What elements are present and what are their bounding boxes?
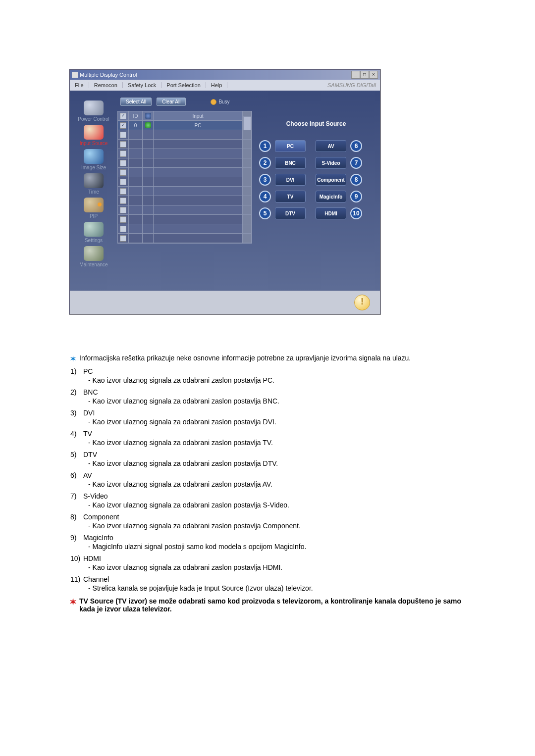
checkbox-icon[interactable] xyxy=(120,207,126,213)
header-status[interactable] xyxy=(143,111,154,121)
badge-10: 10 xyxy=(350,207,362,219)
clear-all-button[interactable]: Clear All xyxy=(157,98,186,106)
menu-safety-lock[interactable]: Safety Lock xyxy=(123,82,161,88)
grid-row[interactable] xyxy=(118,130,252,140)
center-column: Select All Clear All Busy ID Input xyxy=(117,91,252,291)
sidebar-label: Time xyxy=(88,189,99,195)
checkbox-icon[interactable] xyxy=(120,188,126,195)
list-item: 7)S-Video- Kao izvor ulaznog signala za … xyxy=(70,492,466,509)
checkbox-icon[interactable] xyxy=(120,169,126,176)
checkbox-icon[interactable] xyxy=(120,141,126,148)
checkbox-icon[interactable] xyxy=(120,235,126,242)
header-id[interactable]: ID xyxy=(129,111,143,121)
grid-row[interactable] xyxy=(118,196,252,205)
sidebar-item-power[interactable]: Power Control xyxy=(78,101,109,122)
grid-row[interactable] xyxy=(118,215,252,224)
brand-label: SAMSUNG DIGITall xyxy=(327,82,380,88)
close-button[interactable]: × xyxy=(369,71,378,79)
right-panel: Choose Input Source 1 PC 2 BNC 3 xyxy=(252,91,380,291)
source-dtv-button[interactable]: DTV xyxy=(275,207,306,219)
power-icon xyxy=(84,101,104,115)
pip-icon xyxy=(84,198,104,212)
power-status-icon xyxy=(145,113,151,119)
grid-row[interactable] xyxy=(118,205,252,215)
sidebar-item-settings[interactable]: Settings xyxy=(84,222,104,243)
grid-row[interactable]: 0 PC xyxy=(118,121,252,130)
status-on-icon xyxy=(145,122,151,128)
source-component-button[interactable]: Component xyxy=(316,174,346,186)
sidebar-label: Input Source xyxy=(80,141,108,146)
menu-file[interactable]: File xyxy=(70,82,89,88)
source-row-component: Component 8 xyxy=(316,174,362,186)
numbered-list: 1)PC- Kao izvor ulaznog signala za odabr… xyxy=(70,367,466,592)
menu-help[interactable]: Help xyxy=(206,82,228,88)
busy-dot-icon xyxy=(211,99,216,105)
maintenance-icon xyxy=(84,246,104,261)
maximize-button[interactable]: □ xyxy=(360,71,369,79)
checkbox-icon[interactable] xyxy=(120,122,126,129)
source-magicinfo-button[interactable]: MagicInfo xyxy=(316,191,346,202)
list-item: 6)AV- Kao izvor ulaznog signala za odabr… xyxy=(70,471,466,488)
header-checkbox-cell[interactable] xyxy=(118,111,129,121)
final-note: ✶ TV Source (TV izvor) se može odabrati … xyxy=(69,597,466,613)
sidebar-label: Image Size xyxy=(81,165,106,170)
star-icon: ✶ xyxy=(69,355,76,362)
source-pc-button[interactable]: PC xyxy=(275,140,306,152)
checkbox-icon[interactable] xyxy=(120,216,126,223)
grid-row[interactable] xyxy=(118,158,252,168)
window-controls: _ □ × xyxy=(351,71,378,79)
badge-7: 7 xyxy=(350,157,362,169)
source-row-magicinfo: MagicInfo 9 xyxy=(316,191,362,202)
grid-row[interactable] xyxy=(118,187,252,196)
menubar: File Remocon Safety Lock Port Selection … xyxy=(70,80,380,91)
source-av-button[interactable]: AV xyxy=(316,140,346,152)
intro-text: Informacijska rešetka prikazuje neke osn… xyxy=(79,354,466,362)
list-item: 3)DVI- Kao izvor ulaznog signala za odab… xyxy=(70,409,466,426)
source-hdmi-button[interactable]: HDMI xyxy=(316,207,346,219)
menu-remocon[interactable]: Remocon xyxy=(89,82,123,88)
sidebar-label: Maintenance xyxy=(79,262,107,267)
badge-8: 8 xyxy=(350,174,362,186)
source-col-left: 1 PC 2 BNC 3 DVI 4 TV xyxy=(259,140,306,219)
titlebar: Multiple Display Control _ □ × xyxy=(70,70,380,80)
badge-1: 1 xyxy=(259,140,271,152)
grid-row[interactable] xyxy=(118,224,252,234)
list-item: 2)BNC- Kao izvor ulaznog signala za odab… xyxy=(70,388,466,405)
checkbox-icon[interactable] xyxy=(120,151,126,157)
sidebar-item-input-source[interactable]: Input Source xyxy=(80,125,108,146)
cell-input: PC xyxy=(154,121,243,130)
menu-port-selection[interactable]: Port Selection xyxy=(161,82,206,88)
source-grid: 1 PC 2 BNC 3 DVI 4 TV xyxy=(259,140,373,219)
badge-2: 2 xyxy=(259,157,271,169)
checkbox-icon xyxy=(120,113,126,119)
source-dvi-button[interactable]: DVI xyxy=(275,174,306,186)
sidebar-item-image-size[interactable]: Image Size xyxy=(81,149,106,170)
grid-row[interactable] xyxy=(118,234,252,243)
image-size-icon xyxy=(84,149,104,164)
source-svideo-button[interactable]: S-Video xyxy=(316,157,346,169)
checkbox-icon[interactable] xyxy=(120,198,126,204)
sidebar-item-maintenance[interactable]: Maintenance xyxy=(79,246,107,267)
list-item: 11)Channel- Strelica kanala se pojavljuj… xyxy=(70,575,466,592)
checkbox-icon[interactable] xyxy=(120,132,126,138)
grid-row[interactable] xyxy=(118,168,252,177)
badge-3: 3 xyxy=(259,174,271,186)
source-tv-button[interactable]: TV xyxy=(275,191,306,202)
header-input[interactable]: Input xyxy=(154,111,243,121)
source-row-dtv: 5 DTV xyxy=(259,207,306,219)
clock-icon xyxy=(84,173,104,188)
sidebar-item-pip[interactable]: PIP xyxy=(84,198,104,219)
checkbox-icon[interactable] xyxy=(120,179,126,185)
badge-6: 6 xyxy=(350,140,362,152)
grid-row[interactable] xyxy=(118,177,252,187)
minimize-button[interactable]: _ xyxy=(351,71,360,79)
checkbox-icon[interactable] xyxy=(120,160,126,166)
sidebar-item-time[interactable]: Time xyxy=(84,173,104,195)
grid-row[interactable] xyxy=(118,149,252,158)
grid-row[interactable] xyxy=(118,140,252,149)
app-body: Power Control Input Source Image Size Ti… xyxy=(70,91,380,291)
source-bnc-button[interactable]: BNC xyxy=(275,157,306,169)
select-all-button[interactable]: Select All xyxy=(120,98,152,106)
source-row-bnc: 2 BNC xyxy=(259,157,306,169)
checkbox-icon[interactable] xyxy=(120,226,126,232)
